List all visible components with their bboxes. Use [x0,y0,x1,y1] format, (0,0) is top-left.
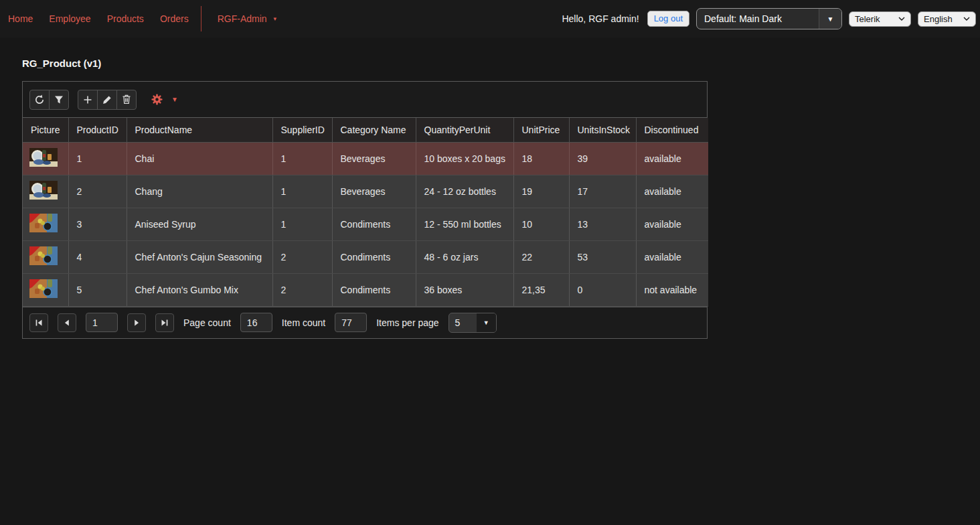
cell-supplier-id[interactable]: 1 [272,142,332,175]
column-header-discontinued[interactable]: Discontinued [636,118,708,142]
table-row[interactable]: 3Aniseed Syrup1Condiments12 - 550 ml bot… [23,208,708,240]
last-page-button[interactable] [155,313,174,332]
cell-units-in-stock[interactable]: 17 [569,175,636,208]
cell-picture[interactable] [23,208,68,240]
theme-dropdown[interactable]: Default: Main Dark ▼ [696,8,842,29]
table-row[interactable]: 4Chef Anton's Cajun Seasoning2Condiments… [23,240,708,273]
table-row[interactable]: 1Chai1Beverages10 boxes x 20 bags1839ava… [23,142,708,175]
cell-product-id[interactable]: 1 [68,142,127,175]
cell-discontinued[interactable]: not available [636,273,708,306]
nav-divider [201,6,201,31]
current-page-input[interactable] [86,313,118,332]
refresh-filter-button-group [29,90,69,110]
nav-item-orders[interactable]: Orders [152,13,197,24]
cell-quantity-per-unit[interactable]: 36 boxes [416,273,513,306]
cell-unit-price[interactable]: 19 [513,175,569,208]
column-header-supplier-id[interactable]: SupplierID [272,118,332,142]
column-header-quantity-per-unit[interactable]: QuantityPerUnit [416,118,513,142]
gear-icon [151,94,163,105]
items-per-page-label: Items per page [376,317,438,328]
cell-picture[interactable] [23,240,68,273]
logout-button[interactable]: Log out [647,11,689,27]
pencil-icon [102,95,112,104]
dropdown-arrow-icon[interactable]: ▼ [477,313,496,332]
cell-product-id[interactable]: 2 [68,175,127,208]
cell-product-id[interactable]: 3 [68,208,127,240]
cell-category-name[interactable]: Beverages [332,175,416,208]
cell-product-name[interactable]: Aniseed Syrup [127,208,272,240]
table-row[interactable]: 5Chef Anton's Gumbo Mix2Condiments36 box… [23,273,708,306]
add-button[interactable] [78,90,98,110]
cell-product-name[interactable]: Chef Anton's Gumbo Mix [127,273,272,306]
refresh-button[interactable] [29,90,50,110]
cell-discontinued[interactable]: available [636,240,708,273]
cell-unit-price[interactable]: 21,35 [513,273,569,306]
product-table: Picture ProductID ProductName SupplierID… [23,118,708,307]
cell-picture[interactable] [23,175,68,208]
next-page-button[interactable] [127,313,146,332]
cell-category-name[interactable]: Condiments [332,240,416,273]
grid-settings-menu[interactable]: ▼ [151,94,178,105]
cell-units-in-stock[interactable]: 13 [569,208,636,240]
cell-units-in-stock[interactable]: 0 [569,273,636,306]
next-page-icon [133,319,141,327]
nav-item-rgf-admin[interactable]: RGF-Admin ▾ [210,13,284,24]
cell-picture[interactable] [23,142,68,175]
nav-item-employee[interactable]: Employee [41,13,98,24]
cell-quantity-per-unit[interactable]: 48 - 6 oz jars [416,240,513,273]
column-header-product-name[interactable]: ProductName [127,118,272,142]
cell-product-name[interactable]: Chang [127,175,272,208]
colorful-still-life-photo [29,279,58,298]
cell-discontinued[interactable]: available [636,208,708,240]
cell-category-name[interactable]: Beverages [332,142,416,175]
chevron-down-icon [963,17,970,21]
cell-product-name[interactable]: Chai [127,142,272,175]
cell-product-id[interactable]: 4 [68,240,127,273]
filter-button[interactable] [49,90,69,110]
delete-button[interactable] [116,90,137,110]
cell-units-in-stock[interactable]: 39 [569,142,636,175]
item-count-value [335,313,367,332]
framework-select[interactable]: Telerik [849,11,911,27]
column-header-units-in-stock[interactable]: UnitsInStock [569,118,636,142]
cell-quantity-per-unit[interactable]: 12 - 550 ml bottles [416,208,513,240]
table-row[interactable]: 2Chang1Beverages24 - 12 oz bottles1917av… [23,175,708,208]
nav-item-home[interactable]: Home [8,13,41,24]
language-select[interactable]: English [918,11,976,27]
nav-admin-label: RGF-Admin [218,13,267,24]
cell-supplier-id[interactable]: 1 [272,175,332,208]
cell-unit-price[interactable]: 22 [513,240,569,273]
column-header-product-id[interactable]: ProductID [68,118,127,142]
cell-supplier-id[interactable]: 1 [272,208,332,240]
language-select-value: English [924,14,953,24]
edit-button[interactable] [97,90,117,110]
dark-still-life-photo [29,181,58,200]
colorful-still-life-photo [29,214,58,232]
cell-discontinued[interactable]: available [636,175,708,208]
cell-discontinued[interactable]: available [636,142,708,175]
nav-item-products[interactable]: Products [99,13,152,24]
cell-category-name[interactable]: Condiments [332,208,416,240]
dark-still-life-photo [29,148,58,167]
cell-picture[interactable] [23,273,68,306]
cell-units-in-stock[interactable]: 53 [569,240,636,273]
previous-page-button[interactable] [58,313,76,332]
cell-unit-price[interactable]: 18 [513,142,569,175]
user-greeting: Hello, RGF admin! [562,13,639,24]
column-header-category-name[interactable]: Category Name [332,118,416,142]
dropdown-arrow-icon[interactable]: ▼ [819,9,841,29]
cell-supplier-id[interactable]: 2 [272,240,332,273]
column-header-picture[interactable]: Picture [23,118,68,142]
cell-quantity-per-unit[interactable]: 10 boxes x 20 bags [416,142,513,175]
crud-button-group [78,90,137,110]
first-page-button[interactable] [29,313,48,332]
cell-unit-price[interactable]: 10 [513,208,569,240]
page-title: RG_Product (v1) [22,58,980,70]
cell-product-name[interactable]: Chef Anton's Cajun Seasoning [127,240,272,273]
cell-supplier-id[interactable]: 2 [272,273,332,306]
column-header-unit-price[interactable]: UnitPrice [513,118,569,142]
cell-category-name[interactable]: Condiments [332,273,416,306]
items-per-page-dropdown[interactable]: 5 ▼ [448,313,497,333]
cell-product-id[interactable]: 5 [68,273,127,306]
cell-quantity-per-unit[interactable]: 24 - 12 oz bottles [416,175,513,208]
